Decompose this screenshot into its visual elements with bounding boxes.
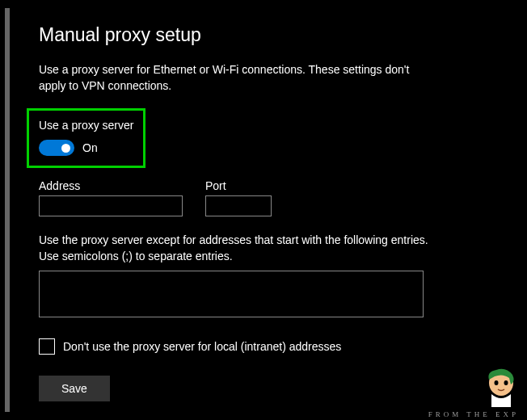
port-input[interactable] <box>205 195 272 216</box>
port-group: Port <box>205 179 272 216</box>
avatar-image <box>479 365 524 407</box>
proxy-toggle[interactable] <box>39 140 74 156</box>
page-title: Manual proxy setup <box>39 24 495 46</box>
local-checkbox-row: Don't use the proxy server for local (in… <box>39 338 495 355</box>
proxy-toggle-row: On <box>39 140 133 156</box>
page-description: Use a proxy server for Ethernet or Wi-Fi… <box>39 62 427 94</box>
exceptions-description: Use the proxy server except for addresse… <box>39 233 443 264</box>
watermark-text: FROM THE EXP <box>428 410 519 418</box>
save-button[interactable]: Save <box>39 376 110 401</box>
svg-point-1 <box>495 380 499 385</box>
port-label: Port <box>205 179 272 192</box>
scrollbar-thumb[interactable] <box>5 8 10 412</box>
highlight-annotation: Use a proxy server On <box>27 108 145 168</box>
proxy-toggle-state: On <box>82 141 98 154</box>
exceptions-input[interactable] <box>39 271 424 317</box>
local-checkbox-label: Don't use the proxy server for local (in… <box>63 340 341 353</box>
proxy-toggle-label: Use a proxy server <box>39 119 133 132</box>
svg-point-2 <box>504 380 508 385</box>
settings-panel: Manual proxy setup Use a proxy server fo… <box>0 0 527 418</box>
address-label: Address <box>39 179 183 192</box>
toggle-knob <box>61 144 70 153</box>
local-checkbox[interactable] <box>39 338 55 355</box>
address-input[interactable] <box>39 195 183 216</box>
address-group: Address <box>39 179 183 216</box>
address-port-row: Address Port <box>39 179 495 216</box>
